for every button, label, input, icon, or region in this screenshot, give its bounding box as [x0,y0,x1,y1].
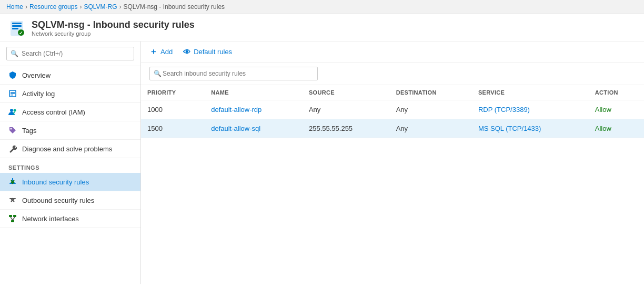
cell-name[interactable]: default-allow-sql [205,119,303,138]
main-layout: 🔍 Overview Activity log Access control (… [0,42,644,284]
network-icon [8,214,17,223]
sidebar-item-overview-label: Overview [22,71,51,79]
cell-action: Allow [589,100,644,119]
breadcrumb-home[interactable]: Home [6,3,23,11]
breadcrumb-current: SQLVM-nsg - Inbound security rules [124,3,225,11]
sidebar-item-activity-log[interactable]: Activity log [0,85,140,103]
cell-priority: 1500 [141,119,205,138]
sidebar-item-iam[interactable]: Access control (IAM) [0,103,140,121]
cell-destination: Any [390,119,472,138]
svg-rect-7 [11,92,15,93]
add-icon: ＋ [149,47,157,57]
svg-line-21 [13,217,15,220]
table-row[interactable]: 1500 default-allow-sql 255.55.55.255 Any… [141,119,644,138]
add-label: Add [160,48,173,56]
cell-action: Allow [589,119,644,138]
svg-rect-9 [11,95,13,96]
main-content: ＋ Add 👁 Default rules 🔍 PRIORITY NAME SO… [141,42,644,284]
sidebar-item-inbound-label: Inbound security rules [22,178,89,186]
col-priority: PRIORITY [141,85,205,100]
sidebar-item-overview[interactable]: Overview [0,66,140,85]
table-search-input[interactable] [149,67,318,80]
table-search-area: 🔍 [141,63,644,85]
svg-point-10 [10,109,13,112]
sidebar-search-input[interactable] [6,47,134,60]
sidebar-item-network-interfaces[interactable]: Network interfaces [0,210,140,228]
cell-service: RDP (TCP/3389) [472,100,589,119]
sidebar-item-tags-label: Tags [22,127,36,135]
svg-rect-18 [13,215,16,217]
svg-line-20 [11,217,13,220]
page-header-text: SQLVM-nsg - Inbound security rules Netwo… [32,19,195,37]
rules-table: PRIORITY NAME SOURCE DESTINATION SERVICE… [141,85,644,138]
col-service: SERVICE [472,85,589,100]
page-subtitle: Network security group [32,30,195,37]
cell-priority: 1000 [141,100,205,119]
outbound-icon [8,196,17,204]
sidebar-item-outbound[interactable]: Outbound security rules [0,191,140,210]
table-header: PRIORITY NAME SOURCE DESTINATION SERVICE… [141,85,644,100]
default-rules-button[interactable]: 👁 Default rules [183,48,232,56]
svg-rect-1 [12,23,22,24]
breadcrumb-resource-groups[interactable]: Resource groups [29,3,77,11]
breadcrumb: Home › Resource groups › SQLVM-RG › SQLV… [0,0,644,14]
sidebar-item-tags[interactable]: Tags [0,121,140,140]
sidebar-item-diagnose[interactable]: Diagnose and solve problems [0,140,140,158]
cell-service: MS SQL (TCP/1433) [472,119,589,138]
table-row[interactable]: 1000 default-allow-rdp Any Any RDP (TCP/… [141,100,644,119]
sidebar-item-inbound[interactable]: Inbound security rules [0,173,140,191]
tag-icon [8,126,17,135]
page-header: ✓ SQLVM-nsg - Inbound security rules Net… [0,14,644,42]
shield-icon [8,71,17,79]
svg-rect-3 [12,28,18,29]
iam-icon [8,108,17,116]
sidebar-item-outbound-label: Outbound security rules [22,197,94,204]
svg-point-11 [14,109,16,112]
add-button[interactable]: ＋ Add [149,47,173,57]
wrench-icon [8,145,17,153]
default-rules-label: Default rules [194,48,232,56]
cell-source: Any [303,100,390,119]
page-title: SQLVM-nsg - Inbound security rules [32,19,195,30]
col-name: NAME [205,85,303,100]
svg-rect-2 [12,25,22,27]
col-action: ACTION [589,85,644,100]
cell-source: 255.55.55.255 [303,119,390,138]
settings-section-label: SETTINGS [0,158,140,173]
sidebar-item-activity-log-label: Activity log [22,90,55,98]
col-destination: DESTINATION [390,85,472,100]
breadcrumb-sqlvm-rg[interactable]: SQLVM-RG [84,3,117,11]
sidebar-search-icon: 🔍 [11,50,18,57]
svg-rect-8 [11,94,15,95]
col-source: SOURCE [303,85,390,100]
toolbar: ＋ Add 👁 Default rules [141,42,644,63]
sidebar-search-wrap: 🔍 [0,42,140,66]
svg-rect-17 [9,215,12,217]
eye-icon: 👁 [183,48,190,56]
sidebar: 🔍 Overview Activity log Access control (… [0,42,141,284]
inbound-icon [8,178,17,186]
cell-destination: Any [390,100,472,119]
svg-point-12 [11,128,12,130]
svg-text:✓: ✓ [19,30,23,36]
sidebar-item-network-label: Network interfaces [22,215,79,223]
log-icon [8,89,17,98]
sidebar-item-iam-label: Access control (IAM) [22,108,85,116]
svg-rect-19 [11,220,14,222]
table-search-icon: 🔍 [154,70,162,77]
nsg-icon: ✓ [8,20,25,37]
cell-name[interactable]: default-allow-rdp [205,100,303,119]
table-body: 1000 default-allow-rdp Any Any RDP (TCP/… [141,100,644,138]
sidebar-item-diagnose-label: Diagnose and solve problems [22,145,112,153]
